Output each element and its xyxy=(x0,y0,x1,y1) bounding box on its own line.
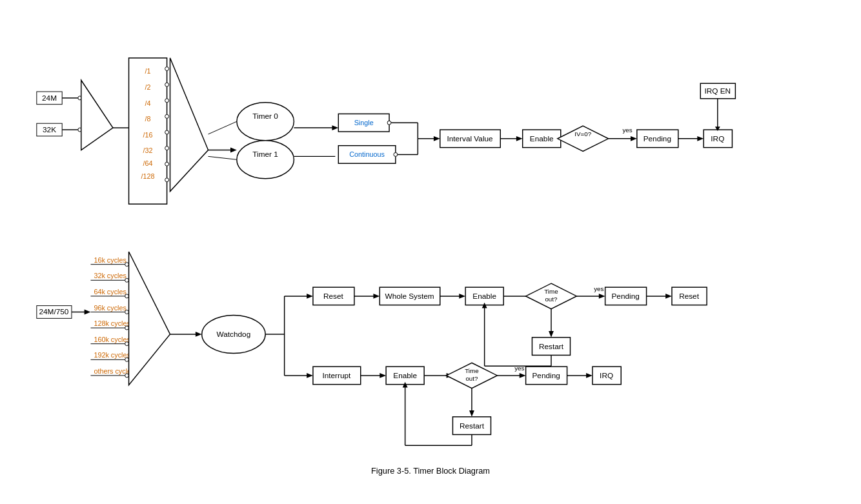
svg-point-21 xyxy=(237,141,294,179)
div-32: /32 xyxy=(143,146,153,154)
svg-point-14 xyxy=(165,146,169,150)
svg-marker-6 xyxy=(81,80,113,150)
div-4: /4 xyxy=(145,99,151,107)
block-diagram: 24M 32K /1 /2 /4 /8 /16 /32 /64 /128 xyxy=(30,13,831,490)
irq-en: IRQ EN xyxy=(705,86,731,96)
div-64: /64 xyxy=(143,159,153,167)
yes-top: yes xyxy=(622,126,632,134)
single-mode: Single xyxy=(354,119,374,126)
cycles-32k: 32k cycles xyxy=(94,272,127,279)
yes-interrupt: yes xyxy=(514,365,524,372)
svg-marker-107 xyxy=(380,373,386,378)
svg-point-9 xyxy=(165,67,169,71)
svg-marker-38 xyxy=(516,136,523,141)
reset-output: Reset xyxy=(679,292,700,301)
timeout-irq-diamond: Time xyxy=(465,367,479,374)
svg-point-11 xyxy=(165,99,169,103)
whole-system: Whole System xyxy=(385,292,434,301)
svg-marker-96 xyxy=(665,294,672,299)
interrupt-box: Interrupt xyxy=(322,371,351,380)
svg-text:out?: out? xyxy=(465,375,478,382)
input-32k: 32K xyxy=(43,125,56,134)
restart-reset: Restart xyxy=(539,342,564,351)
svg-marker-25 xyxy=(332,125,338,130)
svg-marker-80 xyxy=(307,373,313,378)
svg-marker-120 xyxy=(469,410,474,417)
restart-interrupt: Restart xyxy=(460,421,485,430)
svg-marker-54 xyxy=(85,310,91,315)
watchdog-label: Watchdog xyxy=(217,330,251,339)
yes-reset: yes xyxy=(594,285,603,292)
timer1-label: Timer 1 xyxy=(252,150,278,159)
continuous-mode: Continuous xyxy=(349,150,385,158)
enable-interrupt: Enable xyxy=(393,371,417,380)
svg-marker-99 xyxy=(549,331,554,338)
svg-line-22 xyxy=(208,121,237,134)
svg-marker-47 xyxy=(697,136,704,141)
svg-point-10 xyxy=(165,83,169,86)
svg-line-23 xyxy=(208,156,237,159)
svg-marker-78 xyxy=(307,294,313,299)
pending-interrupt: Pending xyxy=(532,371,560,380)
cycles-128k: 128k cycles xyxy=(94,319,130,327)
svg-point-15 xyxy=(165,162,169,166)
svg-marker-114 xyxy=(520,373,526,378)
svg-marker-44 xyxy=(631,136,637,141)
svg-marker-17 xyxy=(170,58,208,192)
input-24m750: 24M/750 xyxy=(39,307,68,316)
figure-caption: Figure 3-5. Timer Block Diagram xyxy=(371,466,490,476)
svg-marker-86 xyxy=(459,294,465,299)
svg-point-29 xyxy=(387,121,391,125)
cycles-64k: 64k cycles xyxy=(94,288,127,296)
svg-marker-93 xyxy=(599,294,605,299)
iv-diamond: IV=0? xyxy=(574,130,591,137)
svg-marker-73 xyxy=(196,332,202,337)
interval-value: Interval Value xyxy=(447,134,493,143)
cycles-96k: 96k cycles xyxy=(94,304,127,312)
svg-marker-35 xyxy=(434,136,440,141)
enable-top: Enable xyxy=(530,134,554,143)
reset-box: Reset xyxy=(323,292,344,301)
svg-point-20 xyxy=(237,103,294,141)
pending-top: Pending xyxy=(643,134,671,143)
irq-interrupt: IRQ xyxy=(600,371,613,380)
svg-marker-19 xyxy=(230,148,237,153)
div-128: /128 xyxy=(141,172,155,180)
input-24m: 24M xyxy=(42,94,57,103)
pending-reset: Pending xyxy=(611,292,639,301)
div-8: /8 xyxy=(145,115,151,123)
svg-marker-117 xyxy=(586,373,593,378)
svg-marker-83 xyxy=(373,294,380,299)
svg-marker-71 xyxy=(129,252,170,385)
timeout-reset-diamond: Time xyxy=(544,288,558,295)
div-1: /1 xyxy=(145,67,151,75)
cycles-192k: 192k cycles xyxy=(94,351,130,359)
cycles-16k: 16k cycles xyxy=(94,256,127,264)
cycles-160k: 160k cycles xyxy=(94,336,130,343)
svg-text:out?: out? xyxy=(545,296,558,303)
svg-point-12 xyxy=(165,114,169,118)
svg-point-13 xyxy=(165,130,169,134)
div-2: /2 xyxy=(145,83,151,91)
diagram-container: 24M 32K /1 /2 /4 /8 /16 /32 /64 /128 xyxy=(17,0,844,504)
enable-reset: Enable xyxy=(472,292,496,301)
svg-point-16 xyxy=(165,178,169,182)
svg-point-30 xyxy=(394,152,398,156)
timer0-label: Timer 0 xyxy=(252,112,278,121)
div-16: /16 xyxy=(143,131,153,139)
irq-top: IRQ xyxy=(711,134,724,143)
